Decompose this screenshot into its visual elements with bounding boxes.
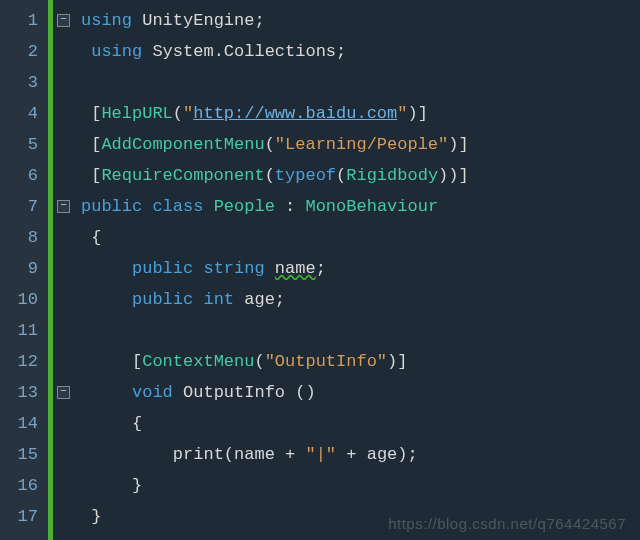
code-line[interactable]: void OutputInfo () [81,377,640,408]
code-line[interactable] [81,67,640,98]
code-line[interactable]: { [81,222,640,253]
code-line[interactable]: [ContextMenu("OutputInfo")] [81,346,640,377]
line-number: 1 [0,5,48,36]
code-line[interactable]: [AddComponentMenu("Learning/People")] [81,129,640,160]
code-line[interactable]: [RequireComponent(typeof(Rigidbody))] [81,160,640,191]
fold-column: − − − [53,0,75,540]
line-number: 6 [0,160,48,191]
line-number: 15 [0,439,48,470]
code-line[interactable]: using UnityEngine; [81,5,640,36]
fold-minus-icon[interactable]: − [57,200,70,213]
line-number: 13 [0,377,48,408]
line-number: 8 [0,222,48,253]
fold-minus-icon[interactable]: − [57,386,70,399]
line-number: 4 [0,98,48,129]
fold-minus-icon[interactable]: − [57,14,70,27]
line-number: 16 [0,470,48,501]
line-number-gutter: 1 2 3 4 5 6 7 8 9 10 11 12 13 14 15 16 1… [0,0,48,540]
line-number: 11 [0,315,48,346]
code-area[interactable]: using UnityEngine; using System.Collecti… [75,0,640,540]
code-line[interactable]: public int age; [81,284,640,315]
line-number: 14 [0,408,48,439]
code-editor[interactable]: 1 2 3 4 5 6 7 8 9 10 11 12 13 14 15 16 1… [0,0,640,540]
code-line[interactable]: { [81,408,640,439]
watermark: https://blog.csdn.net/q764424567 [388,515,626,532]
code-line[interactable] [81,315,640,346]
line-number: 10 [0,284,48,315]
code-line[interactable]: using System.Collections; [81,36,640,67]
code-line[interactable]: public string name; [81,253,640,284]
code-line[interactable]: } [81,470,640,501]
line-number: 7 [0,191,48,222]
line-number: 12 [0,346,48,377]
line-number: 17 [0,501,48,532]
code-line[interactable]: [HelpURL("http://www.baidu.com")] [81,98,640,129]
code-line[interactable]: print(name + "|" + age); [81,439,640,470]
line-number: 3 [0,67,48,98]
line-number: 2 [0,36,48,67]
code-line[interactable]: public class People : MonoBehaviour [81,191,640,222]
line-number: 5 [0,129,48,160]
line-number: 9 [0,253,48,284]
